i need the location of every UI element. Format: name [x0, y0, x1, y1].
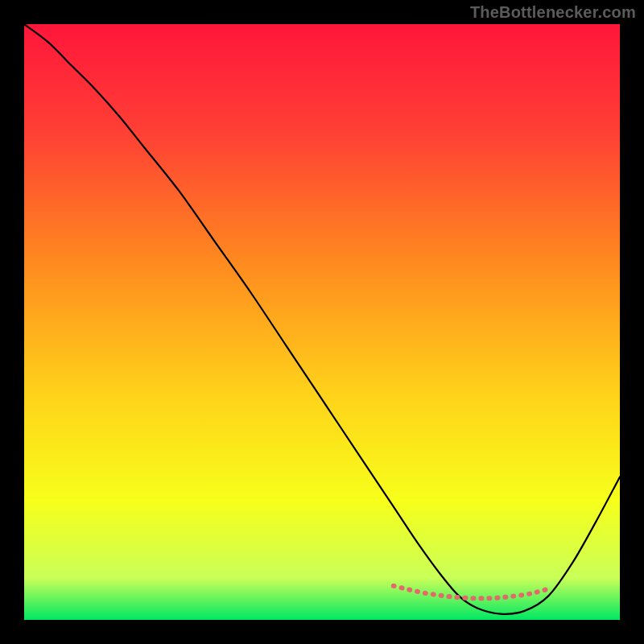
gradient-background — [24, 24, 620, 620]
watermark-text: TheBottlenecker.com — [470, 3, 636, 22]
bottleneck-plot — [0, 0, 644, 644]
chart-container: TheBottlenecker.com — [0, 0, 644, 644]
